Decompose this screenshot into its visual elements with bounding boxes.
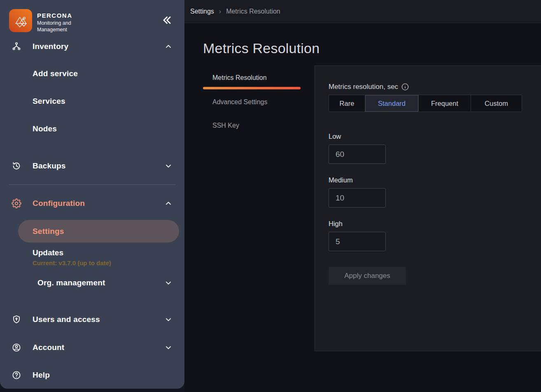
preset-frequent[interactable]: Frequent: [419, 95, 471, 112]
sidebar-item-help[interactable]: Help: [0, 365, 184, 385]
breadcrumb-settings[interactable]: Settings: [190, 8, 214, 15]
sidebar-item-services[interactable]: Services: [0, 91, 184, 111]
app-window: Settings › Metrics Resolution Metrics Re…: [0, 0, 541, 392]
tab-advanced-settings[interactable]: Advanced Settings: [203, 98, 315, 106]
sidebar-item-add-service[interactable]: Add service: [0, 64, 184, 84]
settings-content: Metrics Resolution Metrics Resolution Ad…: [184, 40, 541, 351]
metrics-resolution-panel: Metrics resolution, sec Rare Standard Fr…: [315, 65, 541, 351]
high-label: High: [329, 220, 525, 228]
preset-standard[interactable]: Standard: [365, 95, 419, 112]
sidebar-divider: [9, 184, 176, 185]
active-tab-underline: [203, 87, 301, 89]
shield-key-icon: [12, 315, 21, 324]
sidebar-item-settings-active[interactable]: Settings: [18, 220, 179, 243]
gear-icon: [12, 198, 21, 208]
info-icon[interactable]: [401, 83, 409, 91]
sidebar: PERCONA Monitoring and Management Inv: [0, 0, 184, 389]
sidebar-item-backups[interactable]: Backups: [0, 156, 184, 176]
update-status-text: Current: v3.7.0 (up to date): [33, 259, 184, 266]
breadcrumb-current-page: Metrics Resolution: [226, 8, 280, 15]
chevron-up-icon: [164, 199, 173, 208]
sidebar-item-org-management[interactable]: Org. management: [0, 273, 184, 293]
tab-metrics-resolution[interactable]: Metrics Resolution: [203, 74, 315, 89]
chevron-down-icon: [164, 343, 173, 352]
resolution-preset-group: Rare Standard Frequent Custom: [329, 95, 522, 112]
sidebar-item-inventory[interactable]: Inventory: [0, 37, 184, 56]
collapse-sidebar-icon[interactable]: [161, 15, 172, 27]
chevron-down-icon: [164, 162, 173, 170]
settings-tab-list: Metrics Resolution Advanced Settings SSH…: [203, 65, 315, 129]
low-label: Low: [329, 133, 525, 140]
breadcrumb-separator-icon: ›: [219, 8, 221, 15]
medium-label: Medium: [329, 176, 525, 184]
chevron-down-icon: [164, 315, 173, 324]
medium-input[interactable]: [329, 188, 386, 208]
preset-rare[interactable]: Rare: [329, 95, 365, 112]
tab-ssh-key[interactable]: SSH Key: [203, 122, 315, 129]
page-title: Metrics Resolution: [203, 40, 541, 56]
inventory-fork-icon: [12, 42, 21, 51]
apply-changes-button[interactable]: Apply changes: [329, 267, 406, 285]
backups-history-icon: [12, 161, 21, 171]
sidebar-item-nodes[interactable]: Nodes: [0, 119, 184, 139]
percona-logo[interactable]: [9, 9, 32, 32]
preset-custom[interactable]: Custom: [471, 95, 522, 112]
help-question-icon: [12, 370, 21, 380]
brand-subtitle: Monitoring and Management: [37, 20, 78, 33]
sidebar-item-configuration[interactable]: Configuration: [0, 194, 184, 213]
sidebar-item-users-and-access[interactable]: Users and access: [0, 310, 184, 329]
user-circle-icon: [12, 343, 21, 352]
sidebar-item-updates[interactable]: Updates Current: v3.7.0 (up to date): [0, 245, 184, 266]
low-input[interactable]: [329, 145, 386, 164]
chevron-up-icon: [164, 42, 173, 51]
chevron-down-icon: [164, 279, 173, 287]
high-input[interactable]: [329, 232, 386, 251]
sidebar-item-account[interactable]: Account: [0, 338, 184, 357]
brand-name: PERCONA: [37, 12, 78, 19]
metrics-resolution-label: Metrics resolution, sec: [329, 83, 398, 91]
breadcrumb: Settings › Metrics Resolution: [184, 0, 541, 23]
main-area: Settings › Metrics Resolution Metrics Re…: [184, 0, 541, 392]
